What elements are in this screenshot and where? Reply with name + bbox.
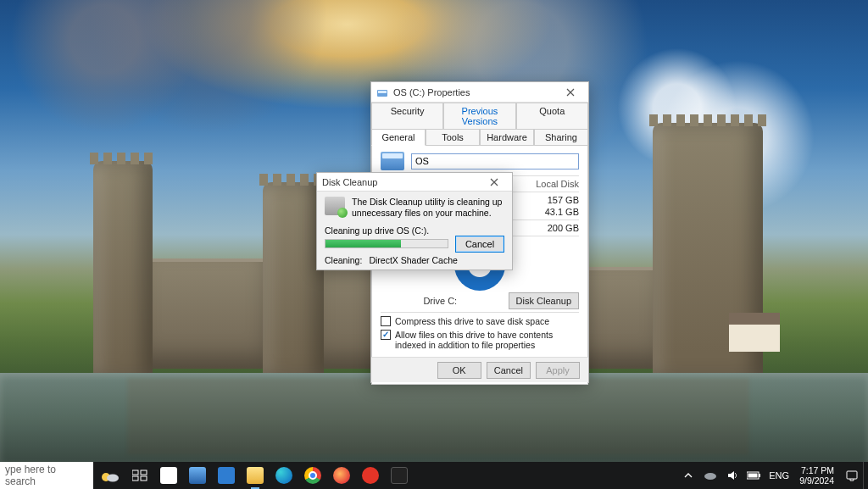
taskbar-app-calculator[interactable] [212,462,241,489]
properties-tabs: Security Previous Versions Quota General… [371,103,588,146]
cleanup-titlebar[interactable]: Disk Cleanup [317,173,512,192]
properties-titlebar[interactable]: OS (C:) Properties [371,82,588,103]
tab-tools[interactable]: Tools [426,129,480,146]
tray-notifications-icon[interactable] [841,462,863,489]
used-value: 157 GB [548,195,579,205]
taskbar-app-explorer[interactable] [241,462,270,489]
disk-cleanup-dialog: Disk Cleanup The Disk Cleanup utility is… [316,172,513,270]
close-icon[interactable] [558,84,583,101]
svg-rect-10 [759,474,760,477]
cleaning-label: Cleaning: [325,255,362,265]
tab-security[interactable]: Security [371,103,443,129]
free-value: 43.1 GB [545,207,579,217]
cleanup-progress [325,239,448,248]
tray-volume-icon[interactable] [721,462,743,489]
cleanup-icon [325,197,345,215]
drive-icon [376,86,388,98]
task-view-icon [132,470,147,481]
properties-footer: OK Cancel Apply [371,357,588,382]
close-icon[interactable] [481,174,507,191]
weather-icon [98,467,120,484]
apply-button[interactable]: Apply [536,362,580,379]
show-desktop-button[interactable] [863,462,868,489]
compress-checkbox[interactable] [381,316,391,326]
index-checkbox[interactable] [381,330,391,340]
search-input[interactable]: ype here to search [0,462,93,489]
compress-label: Compress this drive to save disk space [395,316,549,326]
svg-rect-12 [847,471,857,479]
disk-cleanup-button[interactable]: Disk Cleanup [509,292,579,309]
taskbar-app-files[interactable] [183,462,212,489]
svg-rect-6 [132,476,138,481]
system-tray: ENG 7:17 PM 9/9/2024 [677,462,868,489]
taskbar-app-chrome[interactable] [298,462,327,489]
drive-name-input[interactable] [411,153,579,169]
svg-point-3 [107,475,119,482]
cancel-button[interactable]: Cancel [487,362,531,379]
tab-hardware[interactable]: Hardware [480,129,534,146]
cleanup-cancel-button[interactable]: Cancel [455,236,504,253]
taskbar-app-libreoffice[interactable] [154,462,183,489]
capacity-value: 200 GB [548,223,579,233]
taskbar-app-terminal[interactable] [385,462,414,489]
drive-caption: Drive C: [381,296,500,306]
svg-point-8 [704,473,716,480]
cleanup-status: Cleaning up drive OS (C:). [325,225,504,236]
taskbar: ype here to search ENG 7:17 PM 9/9/2024 [0,462,868,489]
tray-battery-icon[interactable] [743,462,765,489]
taskbar-app-edge[interactable] [270,462,298,489]
tray-chevron-up-icon[interactable] [677,462,699,489]
tab-previous-versions[interactable]: Previous Versions [443,103,515,129]
tab-general[interactable]: General [371,129,426,146]
index-label: Allow files on this drive to have conten… [395,330,579,350]
tab-quota[interactable]: Quota [516,103,588,129]
tray-language[interactable]: ENG [765,462,793,489]
taskbar-app-firefox[interactable] [327,462,356,489]
drive-large-icon [381,152,404,170]
type-value: Local Disk [536,179,579,189]
cleanup-message: The Disk Cleanup utility is cleaning up … [352,197,504,219]
cleanup-title: Disk Cleanup [322,177,481,187]
svg-rect-5 [141,470,147,475]
ok-button[interactable]: OK [437,362,481,379]
cleaning-value: DirectX Shader Cache [369,255,457,265]
svg-rect-7 [141,476,147,481]
properties-title: OS (C:) Properties [393,87,553,97]
svg-rect-4 [132,470,138,475]
task-view-button[interactable] [125,462,154,489]
clock-date: 9/9/2024 [799,475,834,486]
taskbar-clock[interactable]: 7:17 PM 9/9/2024 [793,465,841,486]
svg-rect-1 [378,91,387,93]
clock-time: 7:17 PM [799,465,834,475]
tray-onedrive-icon[interactable] [699,462,721,489]
taskbar-weather[interactable] [93,467,125,484]
taskbar-app-opera[interactable] [356,462,385,489]
svg-rect-11 [748,474,758,478]
tab-sharing[interactable]: Sharing [534,129,588,146]
